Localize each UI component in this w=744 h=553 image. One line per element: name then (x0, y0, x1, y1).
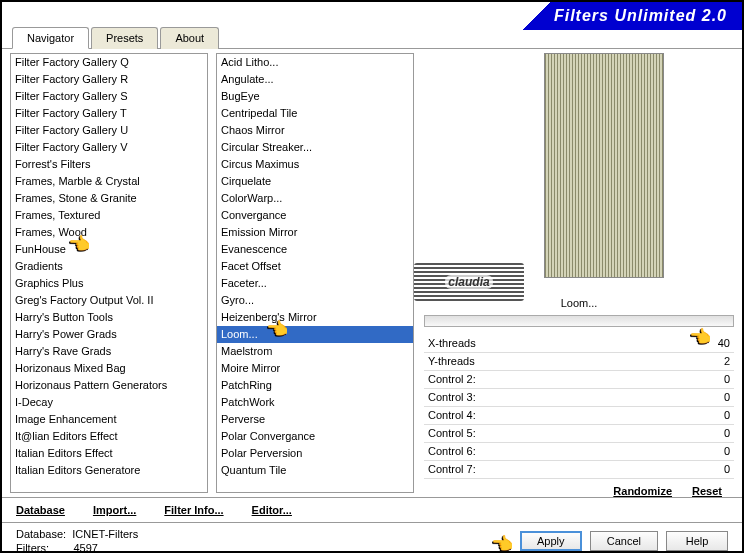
list-item[interactable]: Circular Streaker... (217, 139, 413, 156)
main-area: Filter Factory Gallery QFilter Factory G… (2, 49, 742, 497)
param-row[interactable]: Control 5:0 (424, 425, 734, 443)
param-value: 0 (724, 390, 730, 405)
list-item[interactable]: Chaos Mirror (217, 122, 413, 139)
list-item[interactable]: Greg's Factory Output Vol. II (11, 292, 207, 309)
db-value: ICNET-Filters (72, 528, 138, 540)
db-label: Database: (16, 528, 66, 540)
param-name: Control 4: (428, 408, 476, 423)
list-item[interactable]: Polar Convergance (217, 428, 413, 445)
list-item[interactable]: Cirquelate (217, 173, 413, 190)
footer-info: Database: ICNET-Filters Filters: 4597 (16, 527, 138, 553)
list-item[interactable]: Horizonaus Pattern Generators (11, 377, 207, 394)
list-item[interactable]: Graphics Plus (11, 275, 207, 292)
list-item[interactable]: Forrest's Filters (11, 156, 207, 173)
param-row[interactable]: Y-threads2 (424, 353, 734, 371)
reset-button[interactable]: Reset (692, 485, 722, 497)
list-item[interactable]: Image Enhancement (11, 411, 207, 428)
list-item[interactable]: Quantum Tile (217, 462, 413, 479)
param-row[interactable]: Control 4:0 (424, 407, 734, 425)
filter-list[interactable]: Acid Litho...Angulate...BugEyeCentripeda… (216, 53, 414, 493)
list-item[interactable]: Frames, Wood (11, 224, 207, 241)
list-item[interactable]: Evanescence (217, 241, 413, 258)
tab-presets[interactable]: Presets (91, 27, 158, 49)
list-item[interactable]: Harry's Power Grads (11, 326, 207, 343)
list-item[interactable]: Moire Mirror (217, 360, 413, 377)
list-item[interactable]: I-Decay (11, 394, 207, 411)
param-value: 2 (724, 354, 730, 369)
tab-navigator[interactable]: Navigator (12, 27, 89, 49)
footer: Database: ICNET-Filters Filters: 4597 👉 … (2, 522, 742, 553)
filter-info-button[interactable]: Filter Info... (164, 504, 223, 516)
list-item[interactable]: Italian Editors Effect (11, 445, 207, 462)
list-item[interactable]: Filter Factory Gallery U (11, 122, 207, 139)
database-button[interactable]: Database (16, 504, 65, 516)
help-button[interactable]: Help (666, 531, 728, 551)
list-item[interactable]: BugEye (217, 88, 413, 105)
list-item[interactable]: Facet Offset (217, 258, 413, 275)
preview-image (544, 53, 664, 278)
hand-cursor-icon: 👉 (492, 533, 514, 553)
right-pane: claudia Loom... X-threads40👉Y-threads2Co… (414, 53, 734, 497)
param-name: Y-threads (428, 354, 475, 369)
watermark-badge: claudia (414, 263, 524, 301)
list-item[interactable]: Polar Perversion (217, 445, 413, 462)
list-item[interactable]: ColorWarp... (217, 190, 413, 207)
list-item[interactable]: Angulate... (217, 71, 413, 88)
list-item[interactable]: Acid Litho... (217, 54, 413, 71)
apply-button[interactable]: Apply (520, 531, 582, 551)
list-item[interactable]: Gyro... (217, 292, 413, 309)
list-item[interactable]: Filter Factory Gallery S (11, 88, 207, 105)
bottom-toolbar: Database Import... Filter Info... Editor… (2, 497, 742, 522)
list-item[interactable] (11, 479, 207, 493)
list-item[interactable]: FunHouse👉 (11, 241, 207, 258)
list-item[interactable] (217, 479, 413, 493)
list-item[interactable]: Convergance (217, 207, 413, 224)
param-row[interactable]: Control 3:0 (424, 389, 734, 407)
list-item[interactable]: Faceter... (217, 275, 413, 292)
import-button[interactable]: Import... (93, 504, 136, 516)
list-item[interactable]: It@lian Editors Effect (11, 428, 207, 445)
cancel-button[interactable]: Cancel (590, 531, 658, 551)
param-name: Control 3: (428, 390, 476, 405)
list-item[interactable]: Frames, Marble & Crystal (11, 173, 207, 190)
param-row[interactable]: Control 2:0 (424, 371, 734, 389)
param-name: X-threads (428, 336, 476, 351)
list-item[interactable]: PatchWork (217, 394, 413, 411)
list-item[interactable]: Harry's Button Tools (11, 309, 207, 326)
list-item[interactable]: Italian Editors Generatore (11, 462, 207, 479)
list-item[interactable]: Gradients (11, 258, 207, 275)
list-item[interactable]: Filter Factory Gallery V (11, 139, 207, 156)
list-item[interactable]: Perverse (217, 411, 413, 428)
app-title: Filters Unlimited 2.0 (554, 7, 727, 25)
param-row[interactable]: X-threads40👉 (424, 335, 734, 353)
progress-bar (424, 315, 734, 327)
header: Filters Unlimited 2.0 (2, 2, 742, 30)
param-name: Control 5: (428, 426, 476, 441)
list-item[interactable]: Horizonaus Mixed Bag (11, 360, 207, 377)
list-item[interactable]: Emission Mirror (217, 224, 413, 241)
list-item[interactable]: Circus Maximus (217, 156, 413, 173)
list-item[interactable]: Filter Factory Gallery Q (11, 54, 207, 71)
list-item[interactable]: Maelstrom (217, 343, 413, 360)
list-item[interactable]: Frames, Textured (11, 207, 207, 224)
list-item[interactable]: Centripedal Tile (217, 105, 413, 122)
param-value: 0 (724, 444, 730, 459)
list-item[interactable]: Frames, Stone & Granite (11, 190, 207, 207)
tab-about[interactable]: About (160, 27, 219, 49)
list-item[interactable]: Filter Factory Gallery T (11, 105, 207, 122)
randomize-button[interactable]: Randomize (613, 485, 672, 497)
list-item[interactable]: PatchRing (217, 377, 413, 394)
param-row[interactable]: Control 7:0 (424, 461, 734, 479)
list-item[interactable]: Heizenberg's Mirror (217, 309, 413, 326)
param-value: 0 (724, 462, 730, 477)
list-item[interactable]: Harry's Rave Grads (11, 343, 207, 360)
list-item[interactable]: Loom...👉 (217, 326, 413, 343)
param-row[interactable]: Control 6:0 (424, 443, 734, 461)
param-value: 0 (724, 372, 730, 387)
editor-button[interactable]: Editor... (252, 504, 292, 516)
footer-buttons: 👉 Apply Cancel Help (520, 531, 728, 551)
list-item[interactable]: Filter Factory Gallery R (11, 71, 207, 88)
param-value: 40👉 (718, 336, 730, 351)
title-banner: Filters Unlimited 2.0 (494, 2, 742, 30)
category-list[interactable]: Filter Factory Gallery QFilter Factory G… (10, 53, 208, 493)
